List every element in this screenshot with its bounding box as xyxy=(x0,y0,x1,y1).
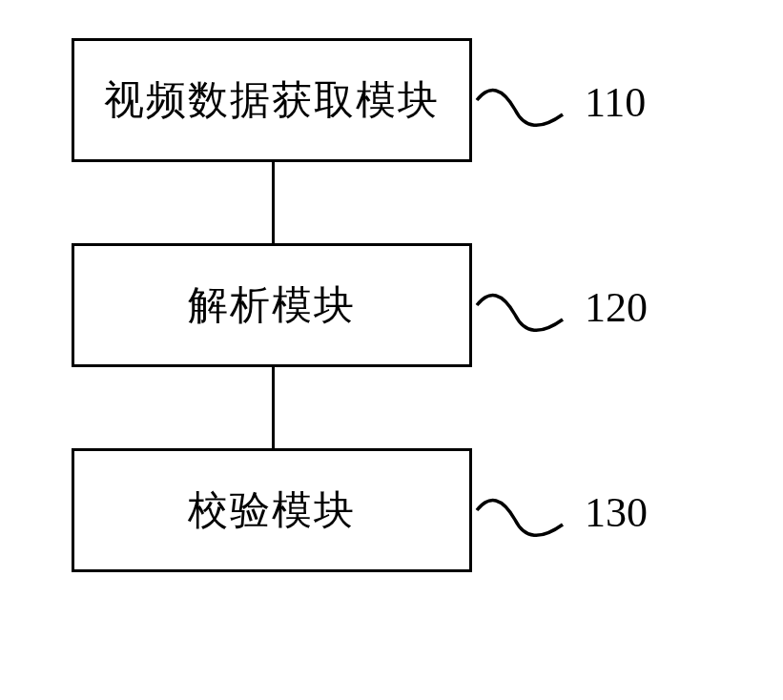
block-label: 校验模块 xyxy=(188,484,356,537)
block-parsing: 解析模块 xyxy=(72,243,472,367)
reference-label-group: 130 xyxy=(472,477,648,548)
block-label: 解析模块 xyxy=(188,278,356,332)
connector-line xyxy=(272,367,275,448)
reference-number: 130 xyxy=(585,488,648,537)
reference-label-group: 120 xyxy=(472,272,648,343)
curve-connector-icon xyxy=(472,477,567,548)
curve-connector-icon xyxy=(472,67,567,138)
block-video-data-acquisition: 视频数据获取模块 xyxy=(72,38,472,162)
reference-number: 120 xyxy=(585,283,648,332)
reference-number: 110 xyxy=(585,78,646,127)
reference-label-group: 110 xyxy=(472,67,646,138)
block-verification: 校验模块 xyxy=(72,448,472,572)
curve-connector-icon xyxy=(472,272,567,343)
block-label: 视频数据获取模块 xyxy=(104,73,440,127)
connector-line xyxy=(272,162,275,243)
flowchart-diagram: 视频数据获取模块 解析模块 校验模块 xyxy=(72,38,472,572)
